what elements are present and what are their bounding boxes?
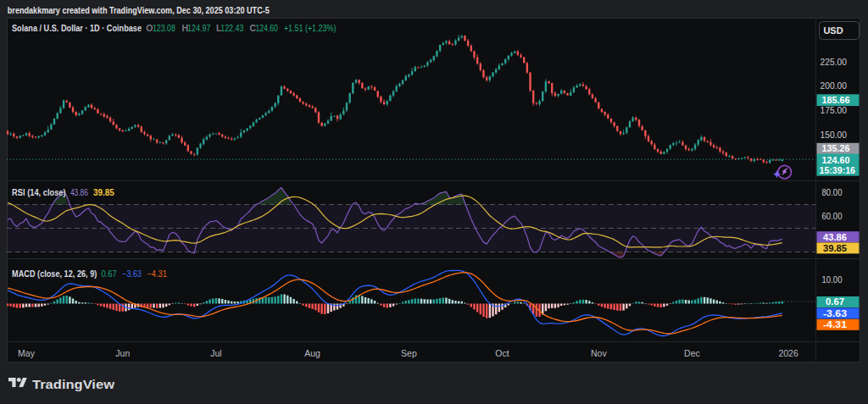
svg-text:124.60: 124.60 (822, 155, 850, 165)
svg-text:123.08: 123.08 (153, 23, 175, 33)
svg-text:2026: 2026 (778, 348, 798, 358)
svg-text:brendakkmary created with Trad: brendakkmary created with TradingView.co… (8, 5, 270, 15)
svg-text:15:39:16: 15:39:16 (820, 165, 856, 175)
svg-text:124.60: 124.60 (256, 23, 279, 33)
svg-text:39.85: 39.85 (823, 243, 847, 253)
svg-text:Nov: Nov (591, 348, 607, 358)
svg-text:Sep: Sep (401, 348, 417, 358)
svg-text:May: May (18, 348, 36, 358)
svg-text:Aug: Aug (304, 348, 320, 358)
svg-text:39.85: 39.85 (93, 188, 114, 197)
svg-text:MACD (close, 12, 26, 9): MACD (close, 12, 26, 9) (12, 269, 97, 279)
svg-text:Jun: Jun (115, 348, 130, 358)
svg-text:124.97: 124.97 (187, 23, 211, 33)
svg-text:−4.31: −4.31 (147, 269, 167, 279)
svg-text:0.67: 0.67 (102, 269, 118, 279)
svg-text:80.00: 80.00 (822, 187, 843, 197)
svg-text:−3.63: −3.63 (122, 269, 142, 279)
svg-text:0.67: 0.67 (826, 296, 844, 307)
svg-text:10.00: 10.00 (822, 274, 843, 285)
svg-text:43.86: 43.86 (823, 232, 847, 242)
svg-text:60.00: 60.00 (822, 211, 843, 221)
svg-text:150.00: 150.00 (821, 130, 848, 140)
svg-text:-3.63: -3.63 (823, 308, 847, 318)
svg-text:225.00: 225.00 (821, 57, 848, 67)
svg-text:+1.51 (+1.23%): +1.51 (+1.23%) (284, 23, 337, 33)
svg-text:122.43: 122.43 (220, 23, 243, 33)
svg-text:43.86: 43.86 (70, 188, 88, 197)
svg-text:-4.31: -4.31 (823, 319, 847, 329)
svg-text:135.26: 135.26 (822, 143, 850, 153)
svg-text:200.00: 200.00 (821, 80, 848, 91)
svg-text:TradingView: TradingView (32, 377, 115, 391)
svg-text:Oct: Oct (495, 348, 509, 358)
svg-text:Dec: Dec (684, 348, 700, 358)
svg-text:RSI (14, close): RSI (14, close) (12, 188, 66, 197)
svg-text:185.66: 185.66 (822, 95, 850, 105)
svg-text:Jul: Jul (210, 348, 221, 358)
svg-text:Solana / U.S. Dollar · 1D · Co: Solana / U.S. Dollar · 1D · Coinbase (12, 23, 142, 33)
svg-text:175.00: 175.00 (821, 105, 848, 115)
svg-text:USD: USD (823, 25, 843, 36)
